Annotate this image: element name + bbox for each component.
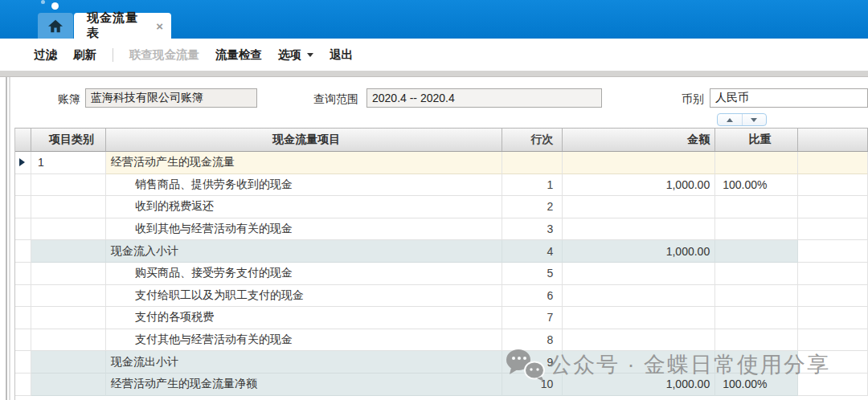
cell-item[interactable]: 现金流出小计: [106, 351, 503, 373]
row-selector-cell[interactable]: [15, 351, 31, 373]
column-header[interactable]: 行次: [502, 129, 563, 151]
cell-line-number[interactable]: 7: [502, 307, 563, 329]
row-selector-cell[interactable]: [15, 240, 31, 263]
table-row[interactable]: 经营活动产生的现金流量净额101,000.00100.00%: [15, 373, 868, 396]
cell-category[interactable]: [31, 196, 106, 218]
cell-blank[interactable]: [798, 174, 868, 197]
cell-amount[interactable]: [563, 263, 715, 285]
cell-blank[interactable]: [798, 240, 868, 263]
cell-ratio[interactable]: [715, 351, 798, 373]
table-row[interactable]: 收到其他与经营活动有关的现金3: [15, 218, 868, 241]
cell-ratio[interactable]: 100.00%: [715, 373, 798, 396]
close-icon[interactable]: ×: [156, 20, 163, 32]
cell-line-number[interactable]: [502, 152, 563, 174]
toolbar-button[interactable]: 退出: [330, 47, 353, 63]
cell-ratio[interactable]: [715, 263, 798, 285]
cell-blank[interactable]: [798, 285, 868, 308]
column-header[interactable]: 项目类别: [31, 129, 106, 151]
cell-item[interactable]: 经营活动产生的现金流量: [106, 152, 503, 174]
cell-ratio[interactable]: [715, 196, 798, 218]
row-selector-cell[interactable]: [15, 218, 31, 241]
cell-ratio[interactable]: [715, 285, 798, 308]
cell-category[interactable]: [31, 240, 106, 263]
cell-blank[interactable]: [798, 329, 868, 352]
table-row[interactable]: 支付其他与经营活动有关的现金8: [15, 329, 868, 352]
cell-item[interactable]: 现金流入小计: [106, 240, 503, 263]
cell-item[interactable]: 经营活动产生的现金流量净额: [106, 373, 503, 396]
cell-category[interactable]: [31, 218, 106, 241]
cell-line-number[interactable]: 3: [502, 218, 563, 241]
row-selector-cell[interactable]: [15, 152, 31, 174]
column-header[interactable]: 比重: [715, 129, 798, 151]
cell-blank[interactable]: [798, 373, 868, 396]
cell-item[interactable]: 销售商品、提供劳务收到的现金: [106, 174, 503, 197]
toolbar-button[interactable]: 选项: [278, 47, 313, 63]
cell-item[interactable]: 支付的各项税费: [106, 307, 503, 329]
cell-category[interactable]: [31, 263, 106, 285]
query-range-field[interactable]: [366, 88, 602, 108]
cell-category[interactable]: [31, 307, 106, 329]
row-selector-cell[interactable]: [15, 373, 31, 396]
cell-category[interactable]: [31, 329, 106, 352]
cell-item[interactable]: 支付其他与经营活动有关的现金: [106, 329, 503, 352]
cell-blank[interactable]: [798, 307, 868, 329]
cell-ratio[interactable]: [715, 152, 798, 174]
cell-blank[interactable]: [798, 152, 868, 174]
cell-line-number[interactable]: 8: [502, 329, 563, 352]
row-selector-cell[interactable]: [15, 196, 31, 218]
row-selector-cell[interactable]: [15, 285, 31, 308]
table-row[interactable]: 销售商品、提供劳务收到的现金11,000.00100.00%: [15, 174, 868, 197]
table-row[interactable]: 1经营活动产生的现金流量: [15, 152, 868, 174]
cell-blank[interactable]: [798, 196, 868, 218]
spinner-down-button[interactable]: [742, 114, 767, 125]
cell-category[interactable]: [31, 373, 106, 396]
row-selector-cell[interactable]: [15, 307, 31, 329]
cell-item[interactable]: 支付给职工以及为职工支付的现金: [106, 285, 503, 308]
cell-ratio[interactable]: [715, 240, 798, 263]
cell-amount[interactable]: 1,000.00: [563, 174, 715, 197]
cell-amount[interactable]: [563, 196, 715, 218]
table-row[interactable]: 支付的各项税费7: [15, 307, 868, 329]
cell-blank[interactable]: [798, 263, 868, 285]
column-header[interactable]: [15, 129, 31, 151]
table-row[interactable]: 现金流入小计41,000.00: [15, 240, 868, 263]
toolbar-button[interactable]: 刷新: [73, 47, 96, 63]
cell-category[interactable]: 1: [31, 152, 106, 174]
cell-blank[interactable]: [798, 218, 868, 241]
row-selector-cell[interactable]: [15, 174, 31, 197]
column-header[interactable]: 现金流量项目: [106, 129, 503, 151]
table-row[interactable]: 收到的税费返还2: [15, 196, 868, 218]
spinner-up-button[interactable]: [718, 114, 742, 125]
cell-line-number[interactable]: 2: [502, 196, 563, 218]
cell-ratio[interactable]: 100.00%: [715, 174, 798, 197]
column-header[interactable]: 金额: [563, 129, 715, 151]
cell-amount[interactable]: [563, 218, 715, 241]
cell-line-number[interactable]: 5: [502, 263, 563, 285]
cell-line-number[interactable]: 1: [502, 174, 563, 197]
currency-field[interactable]: [710, 88, 868, 108]
home-tab[interactable]: [38, 13, 73, 39]
cell-ratio[interactable]: [715, 307, 798, 329]
cell-category[interactable]: [31, 351, 106, 373]
column-header[interactable]: [798, 129, 868, 151]
account-book-field[interactable]: [85, 88, 257, 108]
row-selector-cell[interactable]: [15, 329, 31, 352]
cell-amount[interactable]: 1,000.00: [563, 373, 715, 396]
cell-amount[interactable]: [563, 351, 715, 373]
cell-amount[interactable]: [563, 285, 715, 308]
cell-item[interactable]: 收到其他与经营活动有关的现金: [106, 218, 503, 241]
cell-category[interactable]: [31, 285, 106, 308]
cell-category[interactable]: [31, 174, 106, 197]
table-row[interactable]: 支付给职工以及为职工支付的现金6: [15, 285, 868, 308]
cell-amount[interactable]: [563, 307, 715, 329]
cell-line-number[interactable]: 10: [502, 373, 563, 396]
toolbar-button[interactable]: 流量检查: [215, 47, 262, 63]
cell-line-number[interactable]: 9: [502, 351, 563, 373]
cell-amount[interactable]: [563, 329, 715, 352]
cell-blank[interactable]: [798, 351, 868, 373]
cell-item[interactable]: 收到的税费返还: [106, 196, 503, 218]
cell-amount[interactable]: [563, 152, 715, 174]
cell-line-number[interactable]: 6: [502, 285, 563, 308]
cell-ratio[interactable]: [715, 329, 798, 352]
row-selector-cell[interactable]: [15, 263, 31, 285]
